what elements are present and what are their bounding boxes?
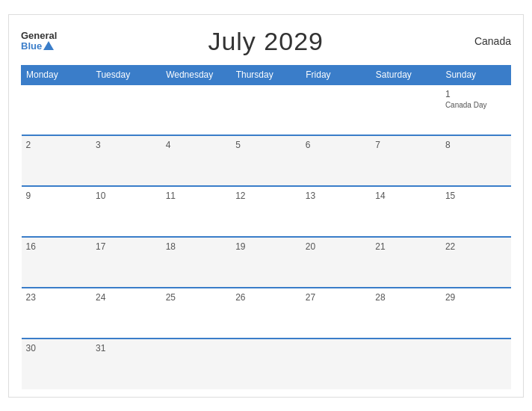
calendar-cell: 22 [441,237,511,288]
day-number: 6 [306,140,367,150]
calendar-cell: 6 [301,135,371,186]
holiday-label: Canada Day [445,101,507,109]
calendar-cell: 27 [301,288,371,339]
calendar-cell: 20 [301,237,371,288]
day-number: 13 [306,191,367,201]
calendar-cell [22,84,92,135]
week-row-5: 23242526272829 [22,288,511,339]
week-row-3: 9101112131415 [22,186,511,237]
weekday-header-sunday: Sunday [441,65,511,84]
week-row-6: 3031 [22,339,511,389]
weekday-header-wednesday: Wednesday [161,65,232,84]
weekday-header-row: MondayTuesdayWednesdayThursdayFridaySatu… [22,65,511,84]
calendar-cell: 7 [371,135,441,186]
day-number: 31 [96,343,157,353]
day-number: 19 [235,241,297,252]
day-number: 27 [306,292,367,303]
calendar-cell [161,84,232,135]
logo-blue-text: Blue [21,41,42,52]
day-number: 14 [375,191,436,201]
calendar-header: General Blue July 2029 Canada [21,27,511,56]
calendar-cell: 17 [91,237,161,288]
week-row-1: 1Canada Day [22,84,511,135]
week-row-4: 16171819202122 [22,237,511,288]
day-number: 10 [96,191,157,201]
calendar-cell: 1Canada Day [441,84,511,135]
day-number: 11 [166,191,227,201]
day-number: 3 [96,140,157,150]
calendar-container: General Blue July 2029 Canada MondayTues… [8,14,524,398]
day-number: 28 [375,292,436,303]
logo-triangle-icon [43,41,54,50]
day-number: 8 [445,140,507,150]
calendar-cell: 12 [231,186,301,237]
calendar-cell: 28 [371,288,441,339]
calendar-cell: 2 [22,135,92,186]
day-number: 16 [26,241,87,252]
calendar-grid: MondayTuesdayWednesdayThursdayFridaySatu… [21,65,511,389]
day-number: 21 [375,241,436,252]
day-number: 17 [96,241,157,252]
calendar-cell: 19 [231,237,301,288]
calendar-cell [161,339,232,389]
week-row-2: 2345678 [22,135,511,186]
day-number: 23 [26,292,87,303]
calendar-cell: 5 [231,135,301,186]
calendar-cell: 18 [161,237,232,288]
calendar-cell: 29 [441,288,511,339]
calendar-cell: 21 [371,237,441,288]
calendar-cell: 23 [22,288,92,339]
day-number: 1 [445,89,507,99]
day-number: 7 [375,140,436,150]
day-number: 24 [96,292,157,303]
country-label: Canada [474,35,511,47]
calendar-cell: 25 [161,288,232,339]
day-number: 2 [26,140,87,150]
calendar-cell [301,339,371,389]
calendar-cell: 30 [22,339,92,389]
calendar-cell [301,84,371,135]
logo: General Blue [21,31,57,52]
logo-general-text: General [21,31,57,41]
weekday-header-monday: Monday [22,65,92,84]
day-number: 20 [306,241,367,252]
day-number: 5 [235,140,297,150]
calendar-cell [231,339,301,389]
weekday-header-saturday: Saturday [371,65,441,84]
calendar-cell: 4 [161,135,232,186]
day-number: 9 [26,191,87,201]
calendar-cell [91,84,161,135]
calendar-cell: 16 [22,237,92,288]
day-number: 12 [235,191,297,201]
calendar-cell: 15 [441,186,511,237]
day-number: 29 [445,292,507,303]
day-number: 15 [445,191,507,201]
day-number: 4 [166,140,227,150]
calendar-cell: 3 [91,135,161,186]
calendar-cell: 14 [371,186,441,237]
calendar-title: July 2029 [208,27,324,56]
calendar-cell: 9 [22,186,92,237]
weekday-header-friday: Friday [301,65,371,84]
calendar-cell: 13 [301,186,371,237]
weekday-header-tuesday: Tuesday [91,65,161,84]
calendar-cell [371,339,441,389]
calendar-cell: 8 [441,135,511,186]
day-number: 26 [235,292,297,303]
day-number: 25 [166,292,227,303]
day-number: 18 [166,241,227,252]
calendar-cell: 24 [91,288,161,339]
day-number: 22 [445,241,507,252]
calendar-cell [231,84,301,135]
calendar-cell: 11 [161,186,232,237]
calendar-cell: 26 [231,288,301,339]
day-number: 30 [26,343,87,353]
calendar-cell: 31 [91,339,161,389]
calendar-cell [371,84,441,135]
calendar-cell [441,339,511,389]
weekday-header-thursday: Thursday [231,65,301,84]
calendar-cell: 10 [91,186,161,237]
